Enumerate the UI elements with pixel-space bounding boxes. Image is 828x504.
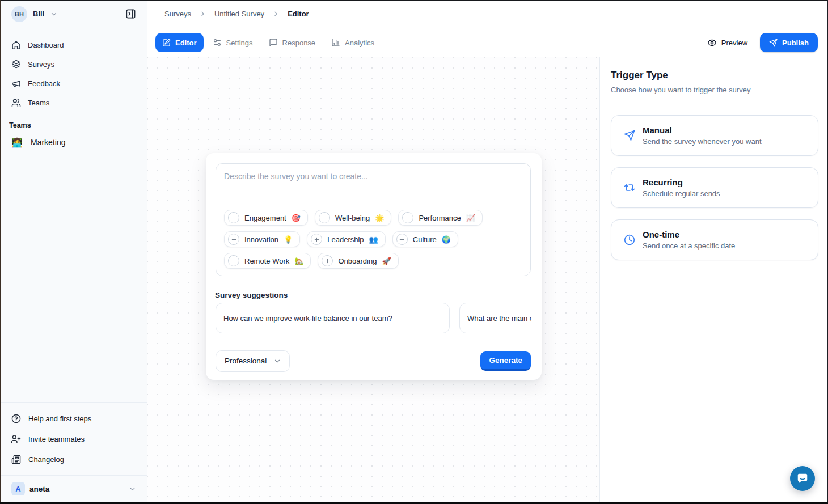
team-name: Marketing — [31, 138, 65, 147]
chip-innovation[interactable]: Innovation 💡 — [224, 231, 300, 247]
editor-canvas[interactable]: Engagement 🎯 Well-being 🌟 Performance 📈 — [147, 57, 599, 502]
plus-icon — [319, 212, 330, 223]
house-emoji-icon: 🏡 — [294, 257, 303, 265]
preview-button[interactable]: Preview — [707, 38, 747, 48]
trigger-option-manual[interactable]: Manual Send the survey whenever you want — [611, 115, 818, 156]
plus-icon — [322, 255, 333, 266]
sidebar-item-label: Surveys — [28, 60, 54, 69]
sidebar-item-changelog[interactable]: Changelog — [0, 449, 147, 469]
clock-icon — [624, 234, 635, 245]
plus-icon — [396, 234, 408, 245]
sidebar-item-label: Help and first steps — [28, 414, 91, 423]
chip-culture[interactable]: Culture 🌍 — [392, 231, 458, 247]
top-actions: Preview Publish — [707, 33, 818, 52]
workspace-avatar: A — [11, 482, 25, 495]
window-edge-bottom — [0, 502, 828, 504]
sidebar: BH Bill Dashboard Surveys — [0, 0, 147, 504]
sidebar-item-invite[interactable]: Invite teammates — [0, 429, 147, 449]
suggestions-title: Survey suggestions — [215, 291, 288, 299]
survey-composer-card: Engagement 🎯 Well-being 🌟 Performance 📈 — [206, 153, 542, 380]
chip-label: Engagement — [244, 214, 286, 222]
user-name[interactable]: Bill — [33, 10, 44, 18]
plus-icon — [228, 212, 239, 223]
tab-label: Response — [282, 39, 316, 47]
collapse-sidebar-button[interactable] — [122, 6, 139, 23]
message-square-icon — [269, 38, 278, 47]
globe-emoji-icon: 🌍 — [442, 235, 451, 244]
sidebar-item-dashboard[interactable]: Dashboard — [0, 35, 147, 54]
busts-emoji-icon: 👥 — [369, 235, 378, 244]
chip-label: Onboarding — [338, 257, 377, 265]
publish-button[interactable]: Publish — [760, 33, 818, 52]
tab-label: Editor — [175, 39, 197, 47]
user-plus-icon — [11, 434, 21, 444]
teams-section-label: Teams — [0, 112, 147, 132]
tab-settings[interactable]: Settings — [206, 33, 260, 52]
panel-title: Trigger Type — [611, 70, 668, 81]
breadcrumb-editor: Editor — [288, 10, 309, 18]
chip-label: Well-being — [335, 214, 370, 222]
square-pen-icon — [162, 39, 171, 47]
tab-editor[interactable]: Editor — [155, 33, 204, 52]
sidebar-header: BH Bill — [0, 0, 147, 28]
chip-label: Leadership — [327, 235, 364, 244]
topic-chips: Engagement 🎯 Well-being 🌟 Performance 📈 — [224, 210, 523, 269]
sidebar-item-surveys[interactable]: Surveys — [0, 54, 147, 74]
trigger-type-panel: Trigger Type Choose how you want to trig… — [599, 57, 828, 502]
workspace-switcher[interactable]: A aneta — [0, 476, 147, 502]
chat-bubble-icon — [796, 472, 809, 485]
chevron-down-icon[interactable] — [50, 10, 58, 18]
sidebar-item-feedback[interactable]: Feedback — [0, 74, 147, 93]
prompt-box: Engagement 🎯 Well-being 🌟 Performance 📈 — [216, 163, 531, 276]
chip-performance[interactable]: Performance 📈 — [398, 210, 483, 226]
survey-description-input[interactable] — [216, 164, 530, 208]
suggestion-card[interactable]: How can we improve work-life balance in … — [216, 303, 450, 333]
help-circle-icon — [11, 414, 21, 423]
tab-analytics[interactable]: Analytics — [324, 33, 381, 52]
bulb-emoji-icon: 💡 — [284, 235, 293, 244]
chip-well-being[interactable]: Well-being 🌟 — [315, 210, 391, 226]
sidebar-item-label: Changelog — [28, 455, 64, 464]
chat-widget-button[interactable] — [790, 466, 815, 491]
sidebar-item-label: Dashboard — [28, 41, 64, 49]
tab-response[interactable]: Response — [262, 33, 323, 52]
tone-select[interactable]: Professional — [216, 350, 290, 372]
plus-icon — [311, 234, 322, 245]
send-icon — [624, 130, 635, 141]
star-emoji-icon: 🌟 — [375, 214, 384, 222]
chip-onboarding[interactable]: Onboarding 🚀 — [318, 253, 398, 269]
sidebar-item-help[interactable]: Help and first steps — [0, 408, 147, 429]
chip-leadership[interactable]: Leadership 👥 — [307, 231, 386, 247]
trigger-title: One-time — [643, 229, 735, 240]
window-edge-left — [0, 0, 1, 504]
sidebar-item-label: Invite teammates — [28, 435, 85, 443]
chevron-down-icon — [273, 357, 281, 365]
suggestion-card[interactable]: What are the main ob — [459, 303, 531, 333]
newspaper-icon — [11, 455, 21, 464]
chip-label: Remote Work — [244, 257, 289, 265]
sidebar-item-teams[interactable]: Teams — [0, 93, 147, 112]
chip-remote-work[interactable]: Remote Work 🏡 — [224, 253, 311, 269]
sidebar-item-marketing[interactable]: 👩‍💻 Marketing — [0, 132, 147, 153]
breadcrumb-untitled-survey[interactable]: Untitled Survey — [214, 10, 264, 18]
chip-engagement[interactable]: Engagement 🎯 — [224, 210, 308, 226]
trigger-option-recurring[interactable]: Recurring Schedule regular sends — [611, 167, 818, 208]
bar-chart-icon — [331, 38, 340, 47]
trigger-option-one-time[interactable]: One-time Send once at a specific date — [611, 219, 818, 260]
breadcrumb-surveys[interactable]: Surveys — [164, 10, 191, 18]
breadcrumb: Surveys Untitled Survey Editor — [147, 0, 828, 28]
tone-value: Professional — [225, 357, 267, 365]
avatar: BH — [11, 6, 27, 22]
chip-label: Performance — [419, 214, 461, 222]
chevron-right-icon — [199, 10, 206, 18]
generate-button[interactable]: Generate — [480, 351, 531, 371]
trigger-title: Recurring — [643, 177, 720, 188]
sidebar-footer: Help and first steps Invite teammates Ch… — [0, 402, 147, 502]
composer-footer: Professional Generate — [216, 342, 531, 380]
chip-label: Innovation — [244, 235, 278, 244]
window-edge-top — [0, 0, 828, 1]
trigger-title: Manual — [643, 125, 762, 136]
eye-icon — [707, 38, 717, 48]
home-icon — [11, 40, 21, 50]
plus-icon — [228, 255, 239, 266]
